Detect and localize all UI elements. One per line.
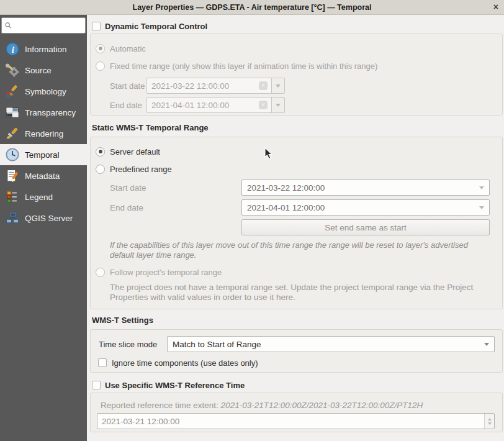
dtc-end-date-input[interactable]: 2021-04-01 12:00:00 × — [146, 97, 285, 113]
temporal-panel: Dynamic Temporal Control Automatic Fixed… — [87, 15, 504, 441]
wmst-settings-title: WMS-T Settings — [90, 316, 503, 327]
spin-down-icon — [488, 422, 492, 425]
static-end-date-label: End date — [110, 203, 241, 212]
sidebar-item-label: Legend — [25, 193, 53, 202]
ignore-time-checkbox[interactable] — [98, 358, 107, 367]
ignore-time-row[interactable]: Ignore time components (use dates only) — [98, 356, 497, 370]
static-start-date-combo[interactable]: 2021-03-22 12:00:00 — [241, 180, 490, 196]
automatic-label: Automatic — [110, 44, 146, 53]
sidebar-item-symbology[interactable]: Symbology — [0, 81, 87, 102]
chevron-down-icon — [276, 104, 281, 107]
static-end-date-row: End date 2021-04-01 12:00:00 — [110, 199, 490, 216]
predefined-range-label: Predefined range — [110, 165, 172, 174]
metadata-icon — [6, 169, 19, 183]
calendar-dropdown-button[interactable] — [271, 98, 284, 112]
info-icon: i — [6, 42, 19, 56]
sidebar-item-transparency[interactable]: Transparency — [0, 102, 87, 123]
mouse-cursor — [264, 147, 273, 160]
close-icon[interactable]: × — [493, 2, 498, 12]
sidebar-item-source[interactable]: Source — [0, 60, 87, 81]
dtc-end-date-row: End date 2021-04-01 12:00:00 × — [110, 97, 497, 113]
dtc-end-date-label: End date — [110, 101, 146, 110]
reference-time-checkbox[interactable] — [92, 381, 101, 389]
static-end-date-combo[interactable]: 2021-04-01 12:00:00 — [241, 199, 490, 216]
time-slice-row: Time slice mode Match to Start of Range — [99, 336, 495, 352]
sidebar-item-label: Temporal — [25, 150, 60, 160]
sidebar-item-temporal[interactable]: Temporal — [0, 144, 87, 165]
reference-time-heading: Use Specific WMS-T Reference Time — [90, 379, 503, 391]
sidebar-item-label: Symbology — [25, 87, 66, 96]
reference-time-title: Use Specific WMS-T Reference Time — [105, 381, 245, 390]
static-start-date-row: Start date 2021-03-22 12:00:00 — [110, 180, 490, 196]
chevron-down-icon — [479, 186, 484, 189]
chevron-down-icon — [484, 343, 489, 346]
temporal-icon — [6, 148, 19, 161]
set-end-same-as-start-button[interactable]: Set end same as start — [241, 219, 490, 235]
reference-time-spinbox[interactable]: 2021-03-21 12:00:00 — [97, 413, 495, 429]
follow-project-label: Follow project's temporal range — [110, 268, 222, 277]
search-input[interactable] — [12, 21, 83, 30]
fixed-range-radio[interactable] — [96, 61, 105, 71]
sidebar-item-rendering[interactable]: Rendering — [0, 123, 87, 144]
transparency-icon — [6, 106, 19, 119]
dynamic-temporal-group: Automatic Fixed time range (only show th… — [90, 34, 503, 116]
calendar-dropdown-button[interactable] — [271, 78, 284, 93]
properties-sidebar: i Information Source — [0, 15, 87, 441]
clear-icon[interactable]: × — [259, 101, 268, 109]
server-default-radio[interactable] — [96, 147, 105, 157]
chevron-down-icon — [276, 84, 281, 88]
sidebar-item-legend[interactable]: Legend — [0, 186, 87, 207]
dtc-start-date-label: Start date — [110, 81, 146, 91]
dtc-start-date-row: Start date 2021-03-22 12:00:00 × — [110, 78, 497, 94]
chevron-down-icon — [479, 206, 484, 209]
server-default-radio-row[interactable]: Server default — [96, 145, 497, 158]
static-start-date-label: Start date — [110, 183, 241, 193]
static-range-group: Server default Predefined range Start da… — [90, 137, 503, 309]
source-icon — [6, 63, 19, 77]
sidebar-item-label: Information — [25, 45, 67, 54]
ignore-time-label: Ignore time components (use dates only) — [112, 358, 258, 368]
sidebar-item-label: Source — [25, 66, 52, 75]
project-range-note: The project does not have a temporal ran… — [110, 283, 485, 302]
fixed-range-label: Fixed time range (only show this layer i… — [110, 61, 377, 71]
sidebar-item-label: Metadata — [25, 171, 60, 181]
server-default-label: Server default — [110, 147, 160, 157]
dynamic-temporal-heading: Dynamic Temporal Control — [90, 20, 503, 32]
symbology-icon — [6, 84, 19, 98]
qgis-server-icon — [6, 211, 19, 225]
sidebar-item-label: Transparency — [25, 108, 76, 117]
capabilities-note: If the capabilities of this layer move o… — [110, 240, 485, 260]
spinner-buttons[interactable] — [484, 414, 494, 429]
follow-project-radio-row[interactable]: Follow project's temporal range — [96, 265, 497, 279]
sidebar-item-label: QGIS Server — [25, 214, 73, 223]
sidebar-item-information[interactable]: i Information — [0, 39, 87, 60]
sidebar-item-label: Rendering — [25, 129, 63, 139]
follow-project-radio[interactable] — [96, 268, 105, 277]
sidebar-item-metadata[interactable]: Metadata — [0, 165, 87, 186]
rendering-icon — [6, 127, 19, 140]
search-icon — [4, 21, 12, 30]
reference-time-group: Reported reference time extent: 2021-03-… — [90, 393, 503, 432]
static-range-title: Static WMS-T Temporal Range — [90, 123, 503, 134]
title-bar: Layer Properties — GDPS.ETA - Air temper… — [0, 0, 504, 15]
fixed-range-radio-row[interactable]: Fixed time range (only show this layer i… — [96, 59, 497, 73]
wmst-settings-group: Time slice mode Match to Start of Range … — [90, 329, 503, 373]
dtc-start-date-input[interactable]: 2021-03-22 12:00:00 × — [146, 78, 285, 94]
spin-up-icon — [488, 418, 492, 421]
automatic-radio[interactable] — [96, 44, 105, 53]
time-slice-mode-combo[interactable]: Match to Start of Range — [167, 336, 495, 352]
automatic-radio-row[interactable]: Automatic — [96, 42, 497, 55]
legend-icon — [6, 190, 19, 204]
dynamic-temporal-title: Dynamic Temporal Control — [105, 22, 207, 31]
sidebar-search[interactable] — [1, 17, 86, 34]
time-slice-label: Time slice mode — [99, 340, 167, 349]
clear-icon[interactable]: × — [259, 81, 268, 90]
dynamic-temporal-checkbox[interactable] — [92, 22, 101, 30]
predefined-range-radio-row[interactable]: Predefined range — [96, 162, 497, 176]
reference-extent-text: Reported reference time extent: 2021-03-… — [101, 401, 497, 410]
sidebar-item-qgis-server[interactable]: QGIS Server — [0, 207, 87, 229]
predefined-range-radio[interactable] — [96, 165, 105, 174]
window-title: Layer Properties — GDPS.ETA - Air temper… — [133, 3, 372, 12]
set-end-row: Set end same as start — [110, 219, 490, 235]
